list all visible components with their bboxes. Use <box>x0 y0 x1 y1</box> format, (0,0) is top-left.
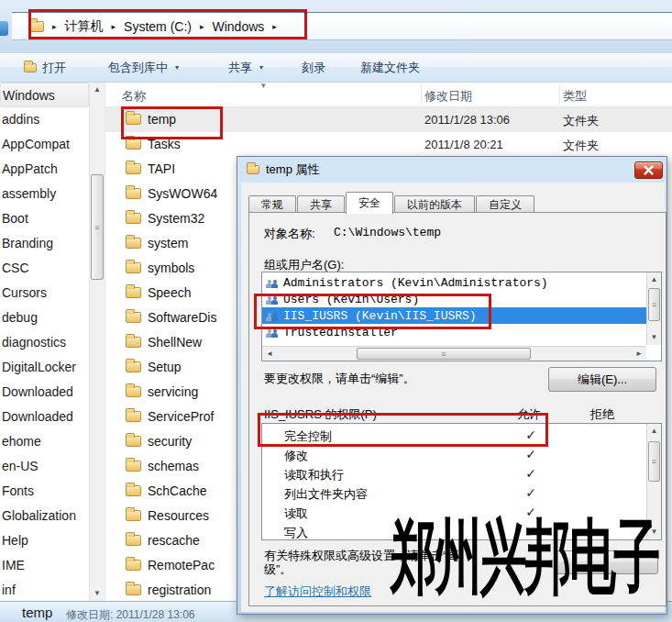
permission-name: 完全控制 <box>284 428 332 445</box>
back-button-fragment[interactable] <box>0 21 8 36</box>
chevron-right-icon[interactable]: ▸ <box>272 22 277 31</box>
tab-previous-versions[interactable]: 以前的版本 <box>394 195 475 214</box>
sidebar-item[interactable]: AppPatch <box>0 157 89 182</box>
navigation-pane: Windows addins AppCompat AppPatch assemb… <box>0 83 89 601</box>
advanced-hint-line2: 级”。 <box>264 562 458 576</box>
dialog-title-bar[interactable]: temp 属性 <box>237 157 666 183</box>
scrollbar-thumb[interactable]: ≡ <box>357 348 531 360</box>
permissions-scrollbar[interactable]: ▲ ≡ ▼ <box>646 424 661 539</box>
sidebar-item[interactable]: IME <box>0 553 89 578</box>
scroll-left-icon[interactable]: ◄ <box>262 347 277 361</box>
folder-icon <box>126 287 141 298</box>
sidebar-item[interactable]: assembly <box>0 182 89 206</box>
edit-button[interactable]: 编辑(E)... <box>548 367 656 392</box>
sidebar-scrollbar[interactable]: ▲ ≡ ▼ <box>89 83 105 601</box>
scroll-down-icon[interactable]: ▼ <box>90 586 105 601</box>
file-name: security <box>148 434 192 449</box>
sidebar-item[interactable]: addins <box>0 107 89 132</box>
scroll-right-icon[interactable]: ► <box>632 347 646 361</box>
sidebar-item[interactable]: CSC <box>0 256 89 281</box>
sidebar-item[interactable]: Downloaded <box>0 380 89 405</box>
group-row-users[interactable]: Users (Kevin\Users) <box>262 291 661 307</box>
scrollbar-thumb[interactable]: ≡ <box>91 174 104 280</box>
grip-icon: ≡ <box>652 457 656 466</box>
allow-check-icon: ✓ <box>523 524 539 539</box>
group-row-iis-iusrs[interactable]: IIS_IUSRS (Kevin\IIS_IUSRS) <box>262 307 646 324</box>
chevron-right-icon[interactable]: ▸ <box>52 22 57 31</box>
file-name: System32 <box>148 211 204 226</box>
file-name: SysWOW64 <box>148 186 217 201</box>
group-list-hscrollbar[interactable]: ◄ ≡ ► <box>262 346 646 361</box>
dialog-title: temp 属性 <box>266 161 320 178</box>
group-row-trustedinstaller[interactable]: TrustedInstaller <box>262 324 661 340</box>
permission-row-list-contents: 列出文件夹内容 ✓ <box>262 483 661 503</box>
group-row-administrators[interactable]: Administrators (Kevin\Administrators) <box>262 274 661 291</box>
dialog-tabs: 常规 共享 安全 以前的版本 自定义 <box>248 192 535 214</box>
scroll-up-icon[interactable]: ▲ <box>647 424 661 439</box>
folder-icon <box>126 560 141 571</box>
column-divider[interactable] <box>559 84 560 106</box>
folder-icon <box>126 238 141 249</box>
chevron-right-icon[interactable]: ▸ <box>200 22 204 31</box>
address-bar[interactable]: ▸ 计算机 ▸ System (C:) ▸ Windows ▸ <box>12 12 672 40</box>
file-name: ServiceProf <box>148 409 214 424</box>
group-user-list: Administrators (Kevin\Administrators) Us… <box>261 272 662 361</box>
allow-check-icon: ✓ <box>523 447 539 461</box>
permission-name: 读取 <box>284 505 308 522</box>
column-divider[interactable] <box>421 84 422 106</box>
burn-button[interactable]: 刻录 <box>289 57 338 79</box>
column-header-type[interactable]: 类型 <box>563 88 587 105</box>
folder-icon <box>126 485 141 496</box>
scrollbar-thumb[interactable]: ≡ <box>648 441 660 482</box>
sidebar-item[interactable]: en-US <box>0 454 89 479</box>
share-button[interactable]: 共享 ▾ <box>215 57 276 79</box>
scroll-down-icon[interactable]: ▼ <box>647 330 661 345</box>
sidebar-item[interactable]: diagnostics <box>0 330 89 355</box>
sidebar-item[interactable]: inf <box>0 578 89 601</box>
address-bar-chrome: ▸ 计算机 ▸ System (C:) ▸ Windows ▸ <box>0 0 672 53</box>
sidebar-item[interactable]: DigitalLocker <box>0 355 89 380</box>
breadcrumb-item-drive[interactable]: System (C:) <box>124 19 192 34</box>
sidebar-item[interactable]: Cursors <box>0 281 89 305</box>
folder-icon <box>126 461 141 472</box>
sidebar-item[interactable]: Branding <box>0 231 89 256</box>
close-button[interactable] <box>634 161 663 179</box>
folder-icon <box>126 510 141 521</box>
tab-security[interactable]: 安全 <box>346 192 393 214</box>
tab-customize[interactable]: 自定义 <box>476 195 534 214</box>
file-row-temp[interactable]: temp 2011/1/28 13:06 文件夹 <box>105 107 672 132</box>
sidebar-item[interactable]: AppCompat <box>0 132 89 157</box>
scroll-up-icon[interactable]: ▲ <box>90 83 105 97</box>
sidebar-item[interactable]: Boot <box>0 206 89 231</box>
new-folder-label: 新建文件夹 <box>360 60 420 76</box>
new-folder-button[interactable]: 新建文件夹 <box>347 57 433 79</box>
group-list-scrollbar[interactable]: ▲ ≡ ▼ <box>646 272 661 345</box>
folder-icon <box>126 163 141 174</box>
scroll-up-icon[interactable]: ▲ <box>647 272 661 287</box>
access-control-help-link[interactable]: 了解访问控制和权限 <box>264 583 371 600</box>
breadcrumb-item-windows[interactable]: Windows <box>212 19 264 34</box>
column-header-date[interactable]: 修改日期 <box>424 88 472 105</box>
sidebar-item[interactable]: Downloaded <box>0 405 89 429</box>
permission-row-full-control: 完全控制 ✓ <box>262 426 661 445</box>
tab-sharing[interactable]: 共享 <box>297 195 345 214</box>
sidebar-item[interactable]: debug <box>0 305 89 330</box>
tab-general[interactable]: 常规 <box>248 195 296 214</box>
permission-row-read-execute: 读取和执行 ✓ <box>262 464 661 483</box>
sidebar-item[interactable]: Globalization <box>0 504 89 528</box>
sidebar-item[interactable]: Fonts <box>0 479 89 504</box>
chevron-right-icon[interactable]: ▸ <box>112 22 116 31</box>
column-header-name[interactable]: 名称 <box>122 88 146 105</box>
sidebar-item[interactable]: ehome <box>0 429 89 454</box>
open-button[interactable]: 打开 <box>11 57 79 79</box>
scroll-down-icon[interactable]: ▼ <box>647 525 661 539</box>
sidebar-item[interactable]: Help <box>0 528 89 553</box>
sidebar-item-windows[interactable]: Windows <box>0 83 89 107</box>
users-icon <box>266 327 279 338</box>
scrollbar-thumb[interactable]: ≡ <box>648 288 660 321</box>
breadcrumb-item-computer[interactable]: 计算机 <box>65 18 104 35</box>
include-in-library-button[interactable]: 包含到库中 ▾ <box>95 57 192 79</box>
advanced-button[interactable] <box>556 550 658 574</box>
file-name: rescache <box>148 533 200 548</box>
file-row[interactable]: Tasks 2011/1/8 20:21 文件夹 <box>105 132 672 157</box>
